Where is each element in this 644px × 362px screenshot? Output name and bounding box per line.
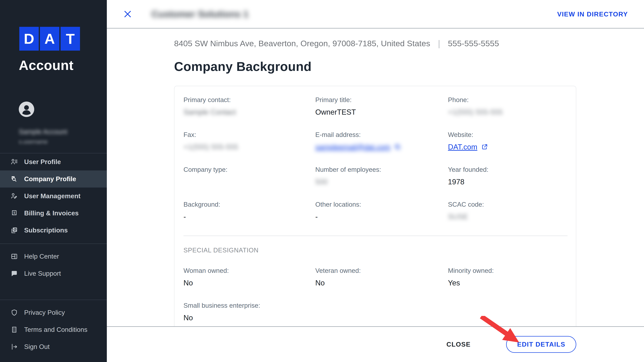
field-value-redacted: SUSE xyxy=(448,213,576,221)
card-divider xyxy=(184,236,568,236)
user-block: Sample Account s.username xyxy=(19,102,107,145)
sidebar-item-user-management[interactable]: User Management xyxy=(0,188,107,205)
field-website: Website: DAT.com xyxy=(448,131,576,151)
sidebar-item-label: Help Center xyxy=(24,253,59,260)
field-veteran-owned: Veteran owned: No xyxy=(315,267,448,287)
sidebar-item-label: Company Profile xyxy=(24,175,76,183)
field-row-3: Company type: Number of employees: 500 Y… xyxy=(184,166,576,186)
field-fax: Fax: +1(555) 555-555 xyxy=(184,131,315,151)
sidebar-item-label: User Profile xyxy=(24,158,61,166)
field-value-redacted: +1(555) 555-555 xyxy=(448,108,576,116)
field-value: Yes xyxy=(448,279,576,287)
sidebar-item-label: Subscriptions xyxy=(24,227,68,234)
sidebar-item-label: Sign Out xyxy=(24,343,50,351)
dat-account-app: D A T Account Sample Account s.username … xyxy=(0,0,644,362)
field-other-locations: Other locations: - xyxy=(315,201,448,221)
billing-invoices-icon: $ xyxy=(10,209,18,217)
field-value-redacted: +1(555) 555-555 xyxy=(184,143,315,151)
edit-details-button[interactable]: EDIT DETAILS xyxy=(506,336,576,353)
field-employees: Number of employees: 500 xyxy=(315,166,448,186)
field-value-redacted: 500 xyxy=(315,178,448,186)
sidebar-item-billing-invoices[interactable]: $ Billing & Invoices xyxy=(0,205,107,222)
modal-header: Customer Solutions 1 VIEW IN DIRECTORY xyxy=(107,0,644,28)
field-label: Woman owned: xyxy=(184,267,315,274)
close-icon[interactable] xyxy=(123,10,132,18)
sidebar-item-company-profile[interactable]: Company Profile xyxy=(0,170,107,188)
privacy-shield-icon xyxy=(10,309,18,317)
field-value: No xyxy=(184,314,315,322)
sidebar-divider xyxy=(0,300,107,300)
sidebar-item-privacy-policy[interactable]: Privacy Policy xyxy=(0,304,107,321)
page-title: Company Background xyxy=(174,59,644,74)
sidebar-item-live-support[interactable]: Live Support xyxy=(0,265,107,282)
app-title: Account xyxy=(19,58,107,73)
sidebar-item-terms-conditions[interactable]: Terms and Conditions xyxy=(0,321,107,338)
modal-footer: CLOSE EDIT DETAILS xyxy=(107,326,644,362)
sidebar-divider xyxy=(0,244,107,244)
live-support-icon xyxy=(10,270,18,277)
field-label: Website: xyxy=(448,131,576,138)
field-value: No xyxy=(184,279,315,287)
field-value-redacted: sampleemail@dat.com xyxy=(315,143,448,151)
field-label: Primary contact: xyxy=(184,96,315,104)
sidebar-item-label: Privacy Policy xyxy=(24,309,65,316)
sign-out-icon xyxy=(10,343,18,351)
field-row-5: Woman owned: No Veteran owned: No Minori… xyxy=(184,267,576,287)
field-row-1: Primary contact: Sample Contact Primary … xyxy=(184,96,576,116)
user-profile-icon xyxy=(10,158,18,166)
field-label: E-mail address: xyxy=(315,131,448,138)
modal-content: 8405 SW Nimbus Ave, Beaverton, Oregon, 9… xyxy=(107,29,644,326)
field-primary-title: Primary title: OwnerTEST xyxy=(315,96,448,116)
field-phone: Phone: +1(555) 555-555 xyxy=(448,96,576,116)
company-phone: 555-555-5555 xyxy=(448,39,499,48)
field-small-business: Small business enterprise: No xyxy=(184,302,315,322)
field-label: SCAC code: xyxy=(448,201,576,208)
user-management-icon xyxy=(10,192,18,200)
field-value-redacted: Sample Contact xyxy=(184,108,315,116)
copy-icon[interactable] xyxy=(394,143,401,150)
avatar xyxy=(19,102,34,117)
sidebar-item-label: Terms and Conditions xyxy=(24,326,88,333)
modal-title-redacted: Customer Solutions 1 xyxy=(152,8,248,19)
terms-building-icon xyxy=(10,326,18,334)
view-in-directory-button[interactable]: VIEW IN DIRECTORY xyxy=(557,0,628,28)
company-background-card: Primary contact: Sample Contact Primary … xyxy=(174,86,576,326)
sidebar-item-label: Live Support xyxy=(24,270,61,277)
sidebar-item-sign-out[interactable]: Sign Out xyxy=(0,338,107,355)
field-company-type: Company type: xyxy=(184,166,315,186)
field-woman-owned: Woman owned: No xyxy=(184,267,315,287)
sidebar-item-user-profile[interactable]: User Profile xyxy=(0,153,107,170)
dat-logo-letter-a: A xyxy=(40,27,59,51)
sidebar-item-help-center[interactable]: Help Center xyxy=(0,248,107,265)
field-label: Other locations: xyxy=(315,201,448,208)
email-link-redacted[interactable]: sampleemail@dat.com xyxy=(315,143,390,151)
sidebar-item-subscriptions[interactable]: Subscriptions xyxy=(0,222,107,239)
close-button[interactable]: CLOSE xyxy=(446,341,470,348)
field-value: DAT.com xyxy=(448,143,576,151)
sidebar-nav-main: User Profile Company Profile User Manage… xyxy=(0,153,107,239)
field-primary-contact: Primary contact: Sample Contact xyxy=(184,96,315,116)
field-background: Background: - xyxy=(184,201,315,221)
user-login-redacted: s.username xyxy=(19,139,107,145)
field-label: Minority owned: xyxy=(448,267,576,274)
field-label: Background: xyxy=(184,201,315,208)
user-name-redacted: Sample Account xyxy=(19,128,107,136)
special-designation-label: SPECIAL DESIGNATION xyxy=(184,247,576,254)
field-label: Fax: xyxy=(184,131,315,138)
field-value: - xyxy=(315,213,448,221)
field-label: Phone: xyxy=(448,96,576,104)
field-email: E-mail address: sampleemail@dat.com xyxy=(315,131,448,151)
website-link[interactable]: DAT.com xyxy=(448,143,477,151)
help-center-icon xyxy=(10,253,18,260)
field-value: 1978 xyxy=(448,178,576,186)
field-label: Company type: xyxy=(184,166,315,173)
dat-logo: D A T xyxy=(19,27,107,51)
field-minority-owned: Minority owned: Yes xyxy=(448,267,576,287)
field-row-2: Fax: +1(555) 555-555 E-mail address: sam… xyxy=(184,131,576,151)
field-label: Veteran owned: xyxy=(315,267,448,274)
field-value: OwnerTEST xyxy=(315,108,448,116)
dat-logo-letter-d: D xyxy=(19,27,39,51)
field-row-6: Small business enterprise: No xyxy=(184,302,576,322)
svg-text:$: $ xyxy=(14,211,15,214)
address-row: 8405 SW Nimbus Ave, Beaverton, Oregon, 9… xyxy=(174,38,644,48)
